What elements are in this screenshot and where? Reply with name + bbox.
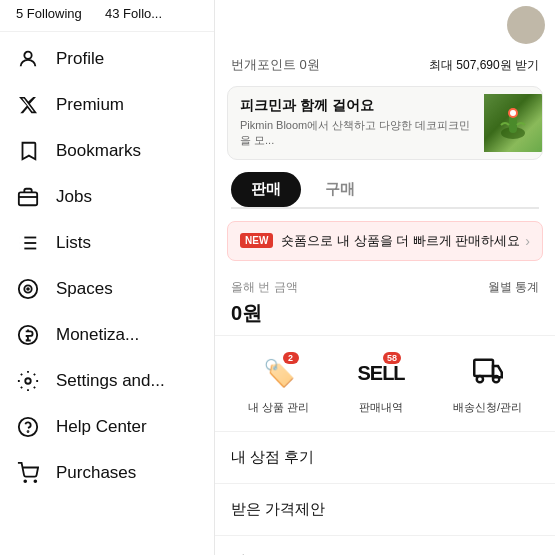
svg-rect-1 xyxy=(19,192,37,205)
my-products-badge: 2 xyxy=(283,352,299,364)
sidebar-item-help[interactable]: Help Center xyxy=(0,404,214,450)
main-panel: 번개포인트 0원 최대 507,690원 받기 피크민과 함께 걸어요 Pikm… xyxy=(215,0,555,555)
avatar[interactable] xyxy=(507,6,545,44)
promo-image xyxy=(484,94,542,152)
sidebar: 5 Following 43 Follo... Profile Premium xyxy=(0,0,215,555)
sidebar-item-label: Lists xyxy=(56,233,91,253)
my-products-label: 내 상품 관리 xyxy=(248,400,309,415)
sidebar-item-purchases[interactable]: Purchases xyxy=(0,450,214,496)
gear-icon xyxy=(16,369,40,393)
sidebar-item-jobs[interactable]: Jobs xyxy=(0,174,214,220)
sidebar-stats: 5 Following 43 Follo... xyxy=(0,0,214,32)
promo-desc: Pikmin Bloom에서 산책하고 다양한 데코피크민을 모... xyxy=(240,118,472,149)
sidebar-item-label: Premium xyxy=(56,95,124,115)
sidebar-item-monetize[interactable]: Monetiza... xyxy=(0,312,214,358)
chevron-right-icon: › xyxy=(525,233,530,249)
followers-count[interactable]: 43 Follo... xyxy=(105,6,162,21)
following-count[interactable]: 5 Following xyxy=(16,6,82,21)
sales-history-item[interactable]: SELL 58 판매내역 xyxy=(359,352,403,415)
promo-title: 피크민과 함께 걸어요 xyxy=(240,97,472,115)
money-icon xyxy=(16,323,40,347)
svg-point-21 xyxy=(510,110,516,116)
sidebar-item-label: Jobs xyxy=(56,187,92,207)
sidebar-item-label: Monetiza... xyxy=(56,325,139,345)
sales-label: 올해 번 금액 xyxy=(231,279,298,296)
sidebar-item-profile[interactable]: Profile xyxy=(0,36,214,82)
svg-point-17 xyxy=(34,480,36,482)
promo-banner[interactable]: 피크민과 함께 걸어요 Pikmin Bloom에서 산책하고 다양한 데코피크… xyxy=(227,86,543,160)
help-icon xyxy=(16,415,40,439)
sales-history-icon-wrapper: SELL 58 xyxy=(359,352,403,396)
sidebar-item-label: Profile xyxy=(56,49,104,69)
list-icon xyxy=(16,231,40,255)
shipping-icon-wrapper xyxy=(466,352,510,396)
points-label: 번개포인트 0원 xyxy=(231,56,320,74)
my-store-item[interactable]: 내 소드... xyxy=(215,536,555,555)
sidebar-item-lists[interactable]: Lists xyxy=(0,220,214,266)
sidebar-item-label: Purchases xyxy=(56,463,136,483)
price-offer-item[interactable]: 받은 가격제안 xyxy=(215,484,555,536)
avatar-row xyxy=(215,0,555,48)
sidebar-item-spaces[interactable]: Spaces xyxy=(0,266,214,312)
points-row: 번개포인트 0원 최대 507,690원 받기 xyxy=(215,48,555,82)
sidebar-item-bookmarks[interactable]: Bookmarks xyxy=(0,128,214,174)
shop-review-item[interactable]: 내 상점 후기 xyxy=(215,432,555,484)
sidebar-navigation: Profile Premium Bookmarks xyxy=(0,32,214,500)
svg-point-16 xyxy=(24,480,26,482)
sales-info: 올해 번 금액 0원 xyxy=(231,279,298,327)
sidebar-item-settings[interactable]: Settings and... xyxy=(0,358,214,404)
person-icon xyxy=(16,47,40,71)
sidebar-item-label: Help Center xyxy=(56,417,147,437)
shipping-item[interactable]: 배송신청/관리 xyxy=(453,352,522,415)
sales-summary: 올해 번 금액 0원 월별 통계 xyxy=(215,265,555,336)
bookmark-icon xyxy=(16,139,40,163)
my-products-icon-wrapper: 🏷️ 2 xyxy=(257,352,301,396)
tab-buy[interactable]: 구매 xyxy=(305,172,375,207)
svg-point-24 xyxy=(493,376,499,382)
points-max[interactable]: 최대 507,690원 받기 xyxy=(429,57,539,74)
cart-icon xyxy=(16,461,40,485)
sidebar-item-label: Bookmarks xyxy=(56,141,141,161)
my-products-item[interactable]: 🏷️ 2 내 상품 관리 xyxy=(248,352,309,415)
new-strip[interactable]: NEW 숏폼으로 내 상품을 더 빠르게 판매하세요 › xyxy=(227,221,543,261)
svg-point-23 xyxy=(476,376,482,382)
sales-history-badge: 58 xyxy=(383,352,401,364)
tab-sell[interactable]: 판매 xyxy=(231,172,301,207)
sidebar-item-premium[interactable]: Premium xyxy=(0,82,214,128)
sidebar-item-label: Spaces xyxy=(56,279,113,299)
mic-icon xyxy=(16,277,40,301)
new-strip-text: 숏폼으로 내 상품을 더 빠르게 판매하세요 xyxy=(281,232,525,250)
sales-history-label: 판매내역 xyxy=(359,400,403,415)
sell-icon: SELL xyxy=(357,362,404,385)
icon-grid: 🏷️ 2 내 상품 관리 SELL 58 판매내역 xyxy=(215,336,555,432)
svg-point-13 xyxy=(25,378,31,384)
promo-text-block: 피크민과 함께 걸어요 Pikmin Bloom에서 산책하고 다양한 데코피크… xyxy=(228,87,484,159)
sales-amount: 0원 xyxy=(231,300,298,327)
truck-icon xyxy=(473,356,503,392)
new-badge: NEW xyxy=(240,233,273,248)
svg-point-0 xyxy=(24,52,31,59)
sidebar-item-label: Settings and... xyxy=(56,371,165,391)
briefcase-icon xyxy=(16,185,40,209)
shipping-label: 배송신청/관리 xyxy=(453,400,522,415)
svg-rect-22 xyxy=(474,360,493,376)
x-icon xyxy=(16,93,40,117)
svg-point-11 xyxy=(27,288,29,290)
tab-row: 판매 구매 xyxy=(231,172,539,209)
svg-point-15 xyxy=(28,431,29,432)
monthly-stats-button[interactable]: 월별 통계 xyxy=(488,279,539,296)
